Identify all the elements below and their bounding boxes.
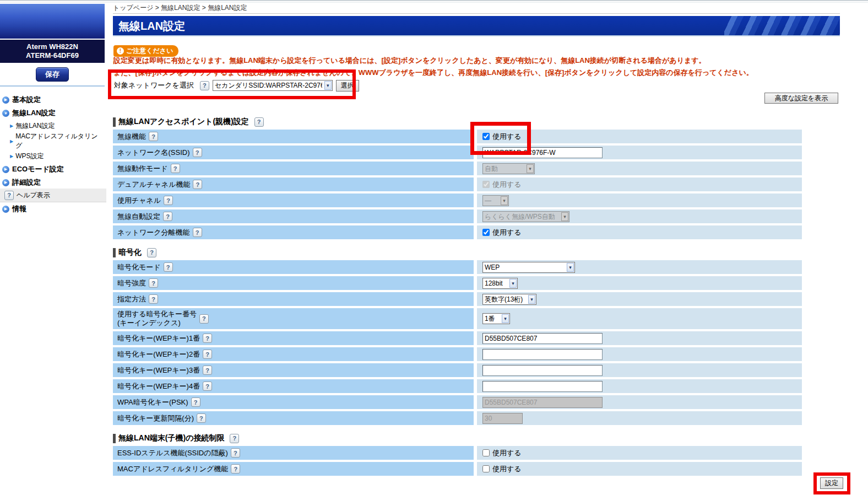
sidebar-item-label: 情報 (12, 204, 26, 214)
row-label-cell: MACアドレスフィルタリング機能? (113, 462, 474, 476)
help-icon[interactable]: ? (203, 350, 212, 359)
network-select-button[interactable]: 選択 (336, 80, 359, 92)
row-select[interactable]: らくらく無線/WPS自動 (482, 211, 569, 222)
row-text-input[interactable] (482, 365, 603, 376)
row-value-cell: らくらく無線/WPS自動 (477, 209, 802, 223)
row-text-input[interactable] (482, 147, 603, 158)
row-label-cell: 暗号化キー更新間隔(分)? (113, 411, 474, 425)
help-icon[interactable]: ? (149, 132, 158, 141)
circle-arrow-right-icon: ▶ (2, 96, 9, 104)
help-icon[interactable]: ? (203, 334, 212, 343)
checkbox-label: 使用する (492, 132, 522, 142)
row-label: 無線機能 (117, 132, 146, 141)
help-icon[interactable]: ? (197, 413, 206, 423)
help-icon[interactable]: ? (203, 381, 212, 391)
help-icon[interactable]: ? (193, 228, 202, 237)
row-value-cell (477, 146, 802, 159)
advanced-settings-button[interactable]: 高度な設定を表示 (764, 93, 838, 104)
settings-row: 暗号化モード?WEP (113, 260, 802, 274)
row-label-cell: 暗号強度? (113, 276, 474, 290)
circle-arrow-right-icon: ▶ (2, 179, 9, 186)
help-icon[interactable]: ? (199, 314, 209, 324)
row-value-cell: 1番 (477, 308, 802, 329)
sidebar-subitem[interactable]: ▶無線LAN設定 (10, 121, 104, 131)
settings-row: 暗号化キー(WEPキー)4番? (113, 379, 802, 393)
target-network-label: 対象ネットワークを選択 (114, 80, 194, 90)
sidebar-subitem[interactable]: ▶MACアドレスフィルタリング (10, 132, 104, 150)
row-value-cell (477, 347, 802, 361)
sidebar-item[interactable]: ▶基本設定 (2, 95, 104, 105)
help-icon[interactable]: ? (163, 212, 172, 221)
row-select[interactable]: WEP (482, 262, 575, 273)
settings-row: 使用する暗号化キー番号(キーインデックス)?1番 (113, 308, 802, 329)
help-icon[interactable]: ? (254, 117, 264, 127)
help-icon[interactable]: ? (231, 464, 240, 474)
help-icon[interactable]: ? (149, 278, 158, 288)
breadcrumb-item[interactable]: トップページ (113, 4, 153, 12)
row-checkbox[interactable] (482, 133, 490, 140)
help-icon[interactable]: ? (149, 294, 158, 304)
row-label-cell: デュアルチャネル機能? (113, 178, 474, 191)
router-settings-page: Aterm WH822N ATERM-64DF69 保存 ▶基本設定▼無線LAN… (0, 0, 868, 500)
row-label: WPA暗号化キー(PSK) (117, 398, 188, 407)
help-icon[interactable]: ? (164, 196, 173, 205)
row-text-input[interactable] (482, 397, 603, 408)
row-select[interactable]: — (482, 195, 509, 206)
save-button[interactable]: 保存 (36, 67, 69, 82)
settings-row: ESS-IDステルス機能(SSIDの隠蔽)?使用する (113, 446, 802, 460)
help-icon[interactable]: ? (231, 448, 240, 458)
sidebar-item[interactable]: ▼無線LAN設定 (2, 108, 104, 118)
row-checkbox[interactable] (482, 449, 490, 456)
settings-row: ネットワーク分離機能?使用する (113, 225, 802, 239)
settings-row: MACアドレスフィルタリング機能?使用する (113, 462, 802, 476)
help-link[interactable]: ? ヘルプ表示 (0, 189, 106, 202)
row-select[interactable]: 英数字(13桁) (482, 294, 536, 305)
row-value-cell: 128bit (477, 276, 802, 290)
row-select[interactable]: 1番 (482, 313, 510, 324)
help-icon[interactable]: ? (147, 248, 156, 257)
row-select[interactable]: 自動 (482, 163, 535, 174)
row-checkbox[interactable] (482, 465, 490, 472)
row-checkbox[interactable] (482, 229, 490, 236)
circle-arrow-right-icon: ▶ (2, 206, 9, 213)
row-text-input[interactable] (482, 381, 603, 392)
sidebar-item[interactable]: ▶詳細設定 (2, 178, 104, 187)
settings-row: 無線機能?使用する (113, 130, 802, 143)
section-header: 暗号化? (113, 248, 802, 257)
help-icon[interactable]: ? (230, 434, 239, 443)
row-text-input[interactable] (482, 349, 603, 360)
sidebar-logo-banner (0, 4, 105, 39)
row-text-input[interactable] (482, 333, 603, 344)
help-icon[interactable]: ? (203, 365, 212, 375)
settings-row: 無線自動設定?らくらく無線/WPS自動 (113, 209, 802, 223)
row-select[interactable]: 128bit (482, 278, 518, 289)
help-icon[interactable]: ? (164, 262, 173, 272)
row-label: 暗号化キー(WEPキー)4番 (117, 382, 200, 391)
notice-badge: ! ご注意ください (113, 45, 178, 57)
help-icon[interactable]: ? (193, 180, 202, 189)
sidebar-item-label: ECOモード設定 (12, 164, 64, 174)
network-select[interactable]: セカンダリSSID:WARPSTAR-2C976F-W (213, 80, 333, 91)
sidebar-item-label: 基本設定 (12, 95, 41, 105)
sidebar-subitem[interactable]: ▶WPS設定 (10, 152, 104, 161)
sidebar-item[interactable]: ▶情報 (2, 204, 104, 214)
breadcrumb-item[interactable]: 無線LAN設定 (161, 4, 200, 12)
row-label-cell: 無線機能? (113, 130, 474, 143)
row-text-input[interactable] (482, 413, 523, 424)
section-bar (113, 248, 116, 257)
sidebar-item[interactable]: ▶ECOモード設定 (2, 164, 104, 174)
breadcrumb-item[interactable]: 無線LAN設定 (208, 4, 247, 12)
help-icon[interactable]: ? (193, 148, 202, 157)
sidebar-item-label: 詳細設定 (12, 178, 41, 187)
device-id: ATERM-64DF69 (26, 51, 79, 60)
row-checkbox[interactable] (482, 181, 490, 188)
triangle-icon: ▶ (10, 154, 13, 159)
title-bar-decoration (724, 16, 840, 35)
sidebar-item-label: 無線LAN設定 (12, 108, 56, 118)
top-border-line (0, 0, 868, 1)
help-icon[interactable]: ? (200, 81, 209, 90)
help-icon[interactable]: ? (191, 397, 200, 407)
submit-button[interactable]: 設定 (820, 477, 843, 489)
help-icon[interactable]: ? (171, 164, 180, 173)
settings-row: デュアルチャネル機能?使用する (113, 178, 802, 191)
